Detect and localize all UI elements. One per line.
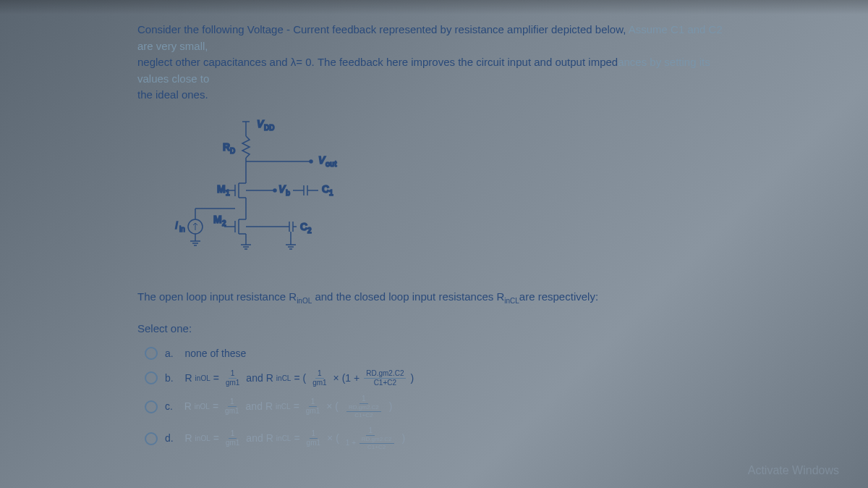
question-content: Consider the following Voltage - Current…	[0, 0, 868, 481]
option-b[interactable]: b. RinOL = 1gm1 and RinCL = ( 1gm1 × (1 …	[137, 370, 731, 387]
svg-text:b: b	[286, 189, 290, 197]
radio-d[interactable]	[145, 432, 158, 445]
option-c-letter: c.	[165, 399, 173, 414]
circuit-diagram: V DD R D V out M 1	[166, 114, 731, 279]
question-line1a: Consider the following Voltage - Current…	[137, 23, 629, 35]
svg-text:I: I	[175, 219, 178, 231]
option-a-letter: a.	[165, 346, 174, 361]
svg-point-8	[310, 160, 312, 163]
svg-text:1: 1	[226, 189, 230, 197]
svg-text:R: R	[223, 141, 230, 153]
svg-text:2: 2	[222, 219, 226, 227]
svg-text:C: C	[300, 221, 307, 232]
question-text: Consider the following Voltage - Current…	[137, 22, 731, 104]
svg-text:in: in	[179, 225, 185, 233]
select-one-label: Select one:	[137, 321, 731, 337]
radio-c[interactable]	[145, 400, 158, 413]
svg-text:1: 1	[329, 189, 333, 197]
svg-text:DD: DD	[264, 124, 274, 132]
svg-text:C: C	[322, 183, 329, 195]
svg-point-19	[273, 189, 276, 192]
prompt-text: The open loop input resistance RinOL and…	[137, 289, 731, 306]
question-line3: the ideal ones.	[137, 88, 208, 101]
option-a[interactable]: a. none of these	[137, 346, 731, 361]
option-a-text: none of these	[184, 346, 246, 361]
svg-text:M: M	[213, 214, 222, 225]
option-d-letter: d.	[165, 431, 174, 446]
option-b-letter: b.	[165, 371, 174, 386]
svg-text:2: 2	[307, 227, 312, 235]
option-c[interactable]: c. RinOL = 1gm1 and RinCL = 1gm1 × ( 1RD…	[137, 395, 731, 418]
svg-text:out: out	[326, 160, 337, 168]
radio-a[interactable]	[145, 347, 158, 360]
option-d[interactable]: d. RinOL = 1gm1 and RinCL = 1gm1 × ( 11 …	[137, 427, 731, 450]
question-line2a: neglect other capacitances and λ= 0. The…	[137, 56, 618, 68]
watermark: Activate Windows	[748, 464, 839, 477]
radio-b[interactable]	[145, 371, 158, 384]
svg-text:D: D	[230, 147, 235, 155]
svg-text:M: M	[217, 183, 226, 195]
